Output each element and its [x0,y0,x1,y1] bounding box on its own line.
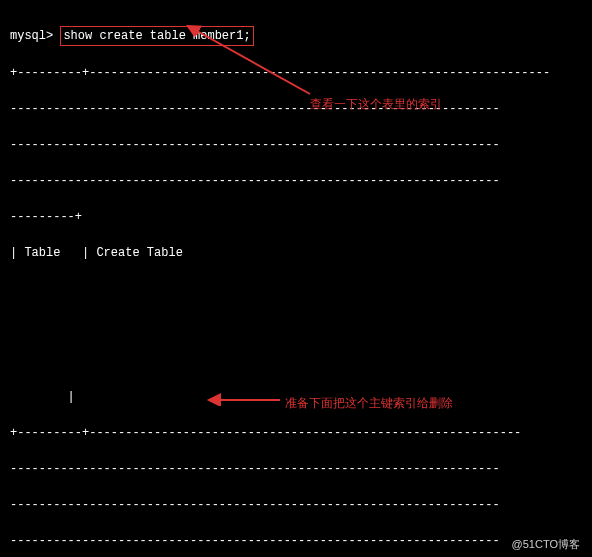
rule-line: ----------------------------------------… [10,532,582,550]
arrow-down-icon [180,22,320,97]
rule-line: ----------------------------------------… [10,100,582,118]
table-header: | Table | Create Table [10,244,582,262]
rule-line: +---------+-----------------------------… [10,424,582,442]
rule-line: ----------------------------------------… [10,136,582,154]
rule-line: ----------------------------------------… [10,172,582,190]
annotation-text: 准备下面把这个主键索引给删除 [285,394,453,412]
arrow-left-icon [205,390,285,408]
rule-line: ---------+ [10,208,582,226]
svg-line-0 [188,26,310,94]
rule-line: ----------------------------------------… [10,460,582,478]
rule-line: ----------------------------------------… [10,496,582,514]
annotation-text: 查看一下这个表里的索引 [310,95,442,113]
watermark: @51CTO博客 [512,536,580,553]
mysql-prompt[interactable]: mysql> [10,29,53,43]
